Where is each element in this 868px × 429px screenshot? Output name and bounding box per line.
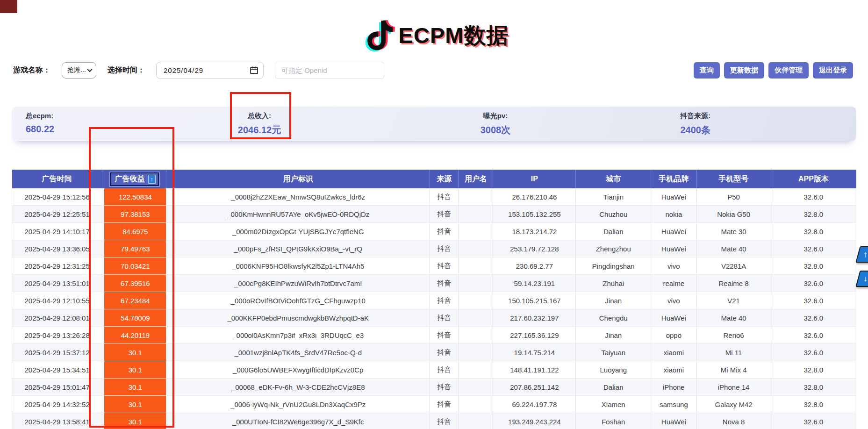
cell-username	[459, 396, 493, 413]
table-row: 2025-04-29 12:08:0154.78009_000KKFP0ebdP…	[12, 309, 856, 327]
stat-exposure-pv: 曝光pv: 3008次	[481, 112, 511, 136]
cell-ip: 150.105.215.167	[493, 292, 576, 309]
cell-phone-model: iPhone 14	[696, 379, 771, 396]
cell-app-version: 32.8.0	[771, 223, 856, 240]
cell-phone-model: P50	[696, 188, 771, 206]
cell-ip: 59.14.23.191	[493, 275, 576, 292]
cell-city: Jinan	[576, 292, 651, 309]
cell-ad-time: 2025-04-29 15:37:12	[12, 344, 102, 361]
cell-phone-brand: HuaWei	[651, 413, 697, 429]
table-row: 2025-04-29 13:51:0167.39516_000cPg8KEIhP…	[12, 275, 856, 292]
col-header-phone-model: 手机型号	[696, 170, 771, 188]
cell-phone-brand: nokia	[651, 206, 697, 223]
cell-app-version: 32.8.0	[771, 361, 856, 379]
col-header-source: 来源	[430, 170, 458, 188]
cell-user-openid: _0006-iyWq-Nk_rVnU2Gu8LDn3XaqCx9Pz	[166, 396, 430, 413]
game-select[interactable]: 抢滩...	[62, 62, 96, 79]
logout-button[interactable]: 退出登录	[813, 62, 853, 79]
cell-city: Luoyang	[576, 361, 651, 379]
table-row: 2025-04-29 13:58:4130.1_000UTIoN-fCI82We…	[12, 413, 856, 429]
cell-ad-revenue: 67.39516	[102, 275, 166, 292]
cell-username	[459, 188, 493, 206]
cell-source: 抖音	[430, 188, 458, 206]
cell-city: Dalian	[576, 379, 651, 396]
cell-username	[459, 327, 493, 344]
cell-ip: 18.173.214.72	[493, 223, 576, 240]
partner-management-button[interactable]: 伙伴管理	[768, 62, 809, 79]
cell-ip: 230.69.2.77	[493, 257, 576, 275]
table-row: 2025-04-29 12:10:5567.23484_000oROvIfBOt…	[12, 292, 856, 309]
corner-artifact	[0, 0, 17, 13]
tiktok-logo-icon	[359, 16, 397, 55]
cell-ad-time: 2025-04-29 12:31:25	[12, 257, 102, 275]
cell-phone-model: Nova 8	[696, 413, 771, 429]
cell-phone-model: Mi Mix 4	[696, 361, 771, 379]
cell-app-version: 32.6.0	[771, 275, 856, 292]
cell-ad-time: 2025-04-29 12:10:55	[12, 292, 102, 309]
revenue-value: 122.50834	[104, 188, 166, 205]
cell-ad-time: 2025-04-29 14:10:17	[12, 223, 102, 240]
cell-ad-time: 2025-04-29 14:32:52	[12, 396, 102, 413]
cell-app-version: 32.8.0	[771, 257, 856, 275]
cell-ip: 253.179.72.128	[493, 240, 576, 257]
cell-ad-revenue: 67.23484	[102, 292, 166, 309]
cell-phone-brand: vivo	[651, 292, 697, 309]
table-header-row: 广告时间 广告收益 ↑ 用户标识 来源 用户名 IP 城市 手机品牌 手机型号 …	[12, 170, 856, 188]
col-header-ad-time: 广告时间	[12, 170, 102, 188]
stat-value: 2400条	[680, 124, 710, 136]
cell-phone-model: Mate 40	[696, 309, 771, 327]
stat-douyin-source: 抖音来源: 2400条	[680, 112, 710, 136]
revenue-value: 97.38153	[104, 206, 166, 222]
stat-total-ecpm: 总ecpm: 680.22	[26, 112, 54, 135]
cell-source: 抖音	[430, 396, 458, 413]
cell-username	[459, 240, 493, 257]
col-header-app-version: APP版本	[771, 170, 856, 188]
cell-source: 抖音	[430, 257, 458, 275]
cell-ip: 69.224.197.78	[493, 396, 576, 413]
stats-bar: 总ecpm: 680.22 总收入: 2046.12元 曝光pv: 3008次 …	[12, 107, 856, 141]
revenue-value: 67.39516	[104, 275, 166, 292]
cell-ad-revenue: 44.20119	[102, 327, 166, 344]
col-header-ad-revenue[interactable]: 广告收益 ↑	[102, 170, 166, 188]
cell-ad-time: 2025-04-29 15:12:56	[12, 188, 102, 206]
game-name-label: 游戏名称：	[13, 65, 50, 75]
page-title: ECPM数据	[399, 21, 509, 50]
data-table-container: 广告时间 广告收益 ↑ 用户标识 来源 用户名 IP 城市 手机品牌 手机型号 …	[12, 170, 856, 429]
scroll-up-button[interactable]: ↑	[855, 246, 868, 263]
cell-user-openid: _000UTIoN-fCI82We6ge396g7X_d_S9Kfc	[166, 413, 430, 429]
cell-phone-brand: HuaWei	[651, 188, 697, 206]
cell-ad-revenue: 122.50834	[102, 188, 166, 206]
chevron-down-icon	[87, 67, 92, 72]
cell-user-openid: _000m02DIzgxOpGt-YUjSBGJYc7qtfleNG	[166, 223, 430, 240]
revenue-value: 30.1	[104, 396, 166, 413]
cell-user-openid: _000G6lo5UWBEFXwygIfticdDIpKzvz0Cp	[166, 361, 430, 379]
calendar-icon	[250, 66, 258, 74]
cell-ad-revenue: 30.1	[102, 413, 166, 429]
cell-phone-brand: HuaWei	[651, 223, 697, 240]
cell-city: Dalian	[576, 223, 651, 240]
refresh-data-button[interactable]: 更新数据	[724, 62, 764, 79]
cell-city: Pingdingshan	[576, 257, 651, 275]
revenue-value: 84.6975	[104, 223, 166, 240]
cell-user-openid: _000KKFP0ebdPmuscmdwgkbBWzhpqtD-aK	[166, 309, 430, 327]
cell-source: 抖音	[430, 361, 458, 379]
cell-phone-brand: realme	[651, 275, 697, 292]
stat-label: 曝光pv:	[481, 112, 511, 121]
scroll-down-button[interactable]: ↓	[855, 271, 868, 287]
query-button[interactable]: 查询	[694, 62, 720, 79]
date-input[interactable]: 2025/04/29	[156, 62, 264, 79]
cell-ad-revenue: 30.1	[102, 344, 166, 361]
cell-ip: 153.105.132.255	[493, 206, 576, 223]
cell-phone-brand: oppo	[651, 327, 697, 344]
revenue-value: 54.78009	[104, 309, 166, 326]
cell-username	[459, 361, 493, 379]
table-row: 2025-04-29 13:26:2844.20119_000ol0AsKmn7…	[12, 327, 856, 344]
openid-input[interactable]	[275, 62, 384, 79]
revenue-sort-button[interactable]: 广告收益 ↑	[110, 172, 159, 186]
cell-phone-brand: xiaomi	[651, 344, 697, 361]
cell-phone-model: V2281A	[696, 257, 771, 275]
cell-source: 抖音	[430, 309, 458, 327]
cell-city: Zhengzhou	[576, 240, 651, 257]
cell-phone-brand: HuaWei	[651, 309, 697, 327]
sort-asc-icon: ↑	[148, 175, 156, 184]
